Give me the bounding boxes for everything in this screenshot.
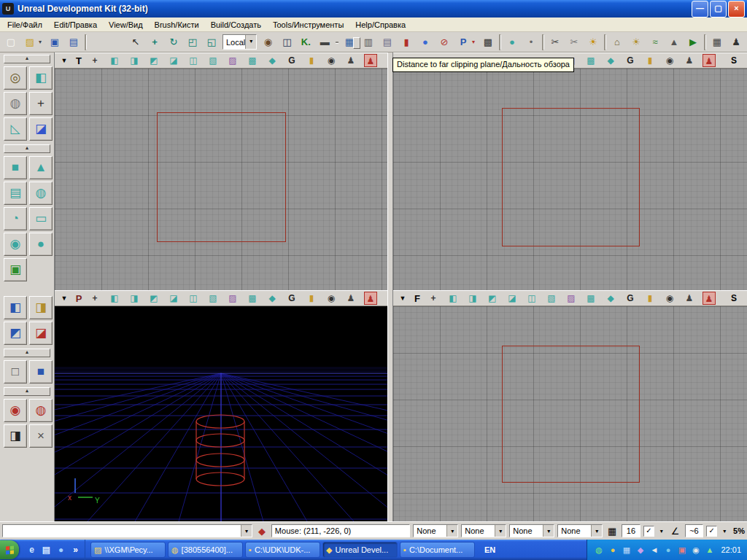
browser-panel-icon[interactable]: ▦ xyxy=(709,34,725,50)
task-xgm[interactable]: ▨ \\XGM\Ресу... xyxy=(90,542,166,558)
lock-viewport-icon[interactable]: ▮ xyxy=(643,54,657,67)
status-droplist-4[interactable]: None ▾ xyxy=(557,524,603,537)
collapse-bar-icon[interactable]: ▴ xyxy=(4,387,50,396)
geometry-mode-button[interactable]: ◧ xyxy=(29,66,53,90)
viewport-menu-arrow-icon[interactable]: ▼ xyxy=(398,295,408,302)
brush-clip-button[interactable]: ◺ xyxy=(4,117,27,141)
builder-brush-outline[interactable] xyxy=(157,112,286,242)
angle-snap-checkbox[interactable]: ✓ xyxy=(706,526,717,537)
chevron-down-icon[interactable]: ▾ xyxy=(241,525,252,537)
realtime-preview-icon[interactable]: ♟ xyxy=(703,54,716,67)
task-download[interactable]: ◍ [380556400]... xyxy=(168,542,243,558)
quicklaunch-browser-icon[interactable]: e xyxy=(26,544,38,556)
actor-class-icon[interactable]: ◆ xyxy=(255,526,268,537)
player-start-icon[interactable]: ♟ xyxy=(344,292,357,305)
cylinder-brush-button[interactable]: ◍ xyxy=(29,182,53,205)
show-flags-icon[interactable]: ◉ xyxy=(663,54,676,67)
csg-add-button[interactable]: ◧ xyxy=(4,296,27,319)
tray-network-icon[interactable]: ▦ xyxy=(621,545,632,556)
invert-visibility-button[interactable]: ◨ xyxy=(4,424,27,448)
show-flags-icon[interactable]: ◉ xyxy=(325,54,338,67)
wireframe-mode-icon[interactable]: ◨ xyxy=(128,292,141,305)
lit-mode-icon[interactable]: ◪ xyxy=(506,292,519,305)
save-map-icon[interactable]: ▣ xyxy=(47,34,63,50)
chevron-down-icon[interactable]: ▾ xyxy=(543,525,554,537)
menu-view[interactable]: View/Вид xyxy=(103,19,149,31)
lighting-only-mode-icon[interactable]: ▧ xyxy=(206,54,220,67)
cube-brush-button[interactable]: ■ xyxy=(4,156,27,179)
translate-tool-icon[interactable]: + xyxy=(147,34,163,50)
tray-update-icon[interactable]: ● xyxy=(607,545,618,556)
face-drag-button[interactable]: ◪ xyxy=(29,117,53,141)
dot-icon[interactable]: • xyxy=(523,34,539,50)
angle-snap-value[interactable]: ~6 xyxy=(685,524,704,537)
lock-viewport-icon[interactable]: ▮ xyxy=(305,54,318,67)
tray-scheduler-icon[interactable]: ◉ xyxy=(690,545,701,556)
detail-lighting-mode-icon[interactable]: ◫ xyxy=(525,292,538,305)
lock-viewport-icon[interactable]: ▮ xyxy=(643,292,657,305)
phat-icon[interactable]: P xyxy=(455,34,471,50)
play-in-editor-icon[interactable]: ▶ xyxy=(685,34,701,50)
close-button[interactable]: × xyxy=(728,1,745,18)
collapse-bar-icon[interactable]: ▴ xyxy=(4,144,50,153)
maximize-viewport-icon[interactable]: + xyxy=(88,292,101,305)
shader-complexity-mode-icon[interactable]: ◆ xyxy=(604,54,617,67)
angle-snap-icon[interactable]: ∠ xyxy=(669,526,682,537)
menu-brush[interactable]: Brush/Кисти xyxy=(149,19,205,31)
game-view-icon[interactable]: G xyxy=(624,292,637,305)
viewport-type-label[interactable]: F xyxy=(412,293,422,304)
brush-wireframe-mode-icon[interactable]: ◧ xyxy=(108,54,121,67)
shader-complexity-mode-icon[interactable]: ◆ xyxy=(266,54,279,67)
texture-align-button[interactable]: ◍ xyxy=(4,92,27,115)
volume-button[interactable]: ▣ xyxy=(4,258,27,281)
maximize-viewport-icon[interactable]: + xyxy=(88,54,101,67)
wireframe-mode-icon[interactable]: ◨ xyxy=(128,54,141,67)
special-select-button[interactable]: □ xyxy=(4,360,27,384)
shader-complexity-mode-icon[interactable]: ◆ xyxy=(266,292,279,305)
grid-snap-icon[interactable]: ▦ xyxy=(605,526,619,537)
squint-button[interactable]: S xyxy=(731,55,743,66)
tray-shield-icon[interactable]: ▲ xyxy=(704,545,715,556)
unlit-mode-icon[interactable]: ◩ xyxy=(147,54,160,67)
staircase-brush-button[interactable]: ▤ xyxy=(4,182,27,205)
player-start-icon[interactable]: ♟ xyxy=(683,292,696,305)
fullscreen-icon[interactable]: ◫ xyxy=(279,34,295,50)
cone-brush-button[interactable]: ▲ xyxy=(29,156,53,179)
game-view-icon[interactable]: G xyxy=(285,292,298,305)
drop-marker-icon[interactable]: ▾ xyxy=(470,34,477,50)
generic-browser-icon[interactable]: ▥ xyxy=(360,34,376,50)
toolbar-separator[interactable] xyxy=(704,34,706,50)
lighting-only-mode-icon[interactable]: ▧ xyxy=(545,292,558,305)
geometry-cut-icon[interactable]: ✂ xyxy=(547,34,563,50)
curved-staircase-brush-button[interactable]: ◔ xyxy=(4,207,27,230)
viewport-menu-arrow-icon[interactable]: ▼ xyxy=(59,57,69,64)
menu-build[interactable]: Build/Создать xyxy=(205,19,267,31)
viewport-type-label[interactable]: P xyxy=(74,293,84,304)
dynamic-shadows-icon[interactable]: ● xyxy=(417,34,433,50)
quicklaunch-desktop-icon[interactable]: ▤ xyxy=(40,544,53,556)
viewport-top-right[interactable] xyxy=(393,69,747,290)
csg-deintersect-button[interactable]: ◪ xyxy=(29,322,53,345)
rotate-tool-icon[interactable]: ↻ xyxy=(166,34,182,50)
build-geometry-icon[interactable]: ⌂ xyxy=(609,34,625,50)
chevron-down-icon[interactable]: ▾ xyxy=(495,525,506,537)
scale-tool-icon[interactable]: ◰ xyxy=(185,34,201,50)
start-button[interactable] xyxy=(0,540,19,559)
sphere-brush-button[interactable]: ● xyxy=(29,233,53,256)
build-paths-icon[interactable]: ≈ xyxy=(647,34,663,50)
coordinate-system-select[interactable]: Local ▾ xyxy=(222,34,257,50)
maximize-viewport-icon[interactable]: + xyxy=(427,292,440,305)
frontend-icon[interactable]: ▩ xyxy=(480,34,496,50)
status-droplist-3[interactable]: None ▾ xyxy=(509,524,554,537)
select-tool-icon[interactable]: ↖ xyxy=(128,34,144,50)
realtime-preview-icon[interactable]: ♟ xyxy=(364,54,377,67)
shader-complexity-mode-icon[interactable]: ◆ xyxy=(604,292,617,305)
quicklaunch-media-icon[interactable]: ● xyxy=(55,544,67,556)
viewport-perspective[interactable]: x Y xyxy=(55,306,387,521)
player-start-icon[interactable]: ♟ xyxy=(683,54,696,67)
lock-viewport-icon[interactable]: ▮ xyxy=(305,292,318,305)
toolbar-separator[interactable] xyxy=(85,34,87,50)
toolbar-gap[interactable] xyxy=(90,41,125,43)
build-lighting-icon[interactable]: ☀ xyxy=(628,34,644,50)
spiral-staircase-brush-button[interactable]: ◉ xyxy=(4,233,27,256)
